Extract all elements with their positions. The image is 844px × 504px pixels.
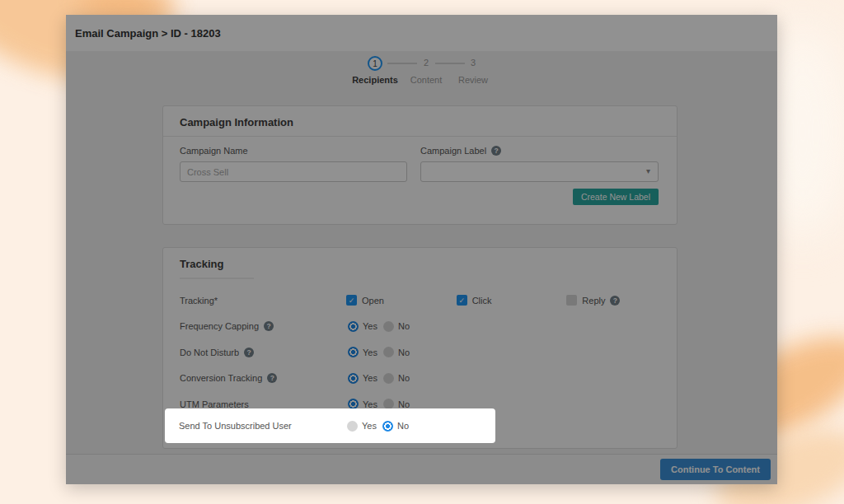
send-to-unsubscribed-user-label: Send To Unsubscribed User: [179, 421, 292, 431]
app-window: Email Campaign > ID - 18203 1 2 3 Recipi…: [66, 15, 777, 484]
radio-no-label: No: [397, 421, 409, 431]
send-to-unsubscribed-user-spotlight-row: Send To Unsubscribed User Yes No: [165, 408, 495, 443]
page-background: Email Campaign > ID - 18203 1 2 3 Recipi…: [0, 0, 844, 504]
radio-yes-label: Yes: [362, 421, 377, 431]
radio-no-selected[interactable]: [382, 421, 393, 432]
radio-yes-unselected[interactable]: [347, 421, 358, 432]
